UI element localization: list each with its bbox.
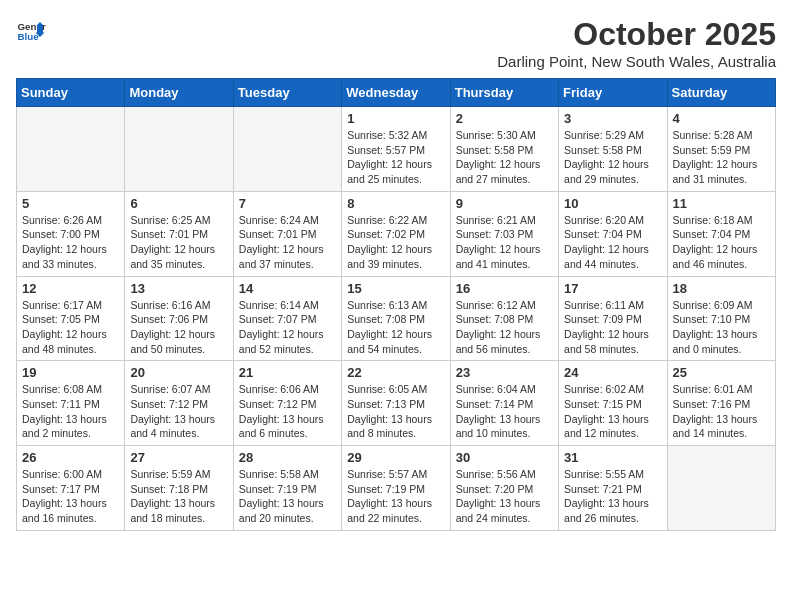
day-number: 30 (456, 450, 553, 465)
week-row-3: 12Sunrise: 6:17 AM Sunset: 7:05 PM Dayli… (17, 276, 776, 361)
day-number: 27 (130, 450, 227, 465)
day-info: Sunrise: 6:25 AM Sunset: 7:01 PM Dayligh… (130, 213, 227, 272)
day-number: 11 (673, 196, 770, 211)
day-number: 29 (347, 450, 444, 465)
calendar-cell: 27Sunrise: 5:59 AM Sunset: 7:18 PM Dayli… (125, 446, 233, 531)
day-info: Sunrise: 6:06 AM Sunset: 7:12 PM Dayligh… (239, 382, 336, 441)
day-number: 16 (456, 281, 553, 296)
calendar-cell: 7Sunrise: 6:24 AM Sunset: 7:01 PM Daylig… (233, 191, 341, 276)
calendar-cell: 25Sunrise: 6:01 AM Sunset: 7:16 PM Dayli… (667, 361, 775, 446)
week-row-1: 1Sunrise: 5:32 AM Sunset: 5:57 PM Daylig… (17, 107, 776, 192)
calendar-cell: 26Sunrise: 6:00 AM Sunset: 7:17 PM Dayli… (17, 446, 125, 531)
day-info: Sunrise: 6:17 AM Sunset: 7:05 PM Dayligh… (22, 298, 119, 357)
calendar-cell: 22Sunrise: 6:05 AM Sunset: 7:13 PM Dayli… (342, 361, 450, 446)
day-info: Sunrise: 6:20 AM Sunset: 7:04 PM Dayligh… (564, 213, 661, 272)
day-number: 26 (22, 450, 119, 465)
calendar-cell: 15Sunrise: 6:13 AM Sunset: 7:08 PM Dayli… (342, 276, 450, 361)
weekday-header-tuesday: Tuesday (233, 79, 341, 107)
calendar-cell: 18Sunrise: 6:09 AM Sunset: 7:10 PM Dayli… (667, 276, 775, 361)
calendar-cell: 1Sunrise: 5:32 AM Sunset: 5:57 PM Daylig… (342, 107, 450, 192)
day-number: 22 (347, 365, 444, 380)
day-info: Sunrise: 6:02 AM Sunset: 7:15 PM Dayligh… (564, 382, 661, 441)
day-info: Sunrise: 5:56 AM Sunset: 7:20 PM Dayligh… (456, 467, 553, 526)
weekday-header-wednesday: Wednesday (342, 79, 450, 107)
day-info: Sunrise: 6:11 AM Sunset: 7:09 PM Dayligh… (564, 298, 661, 357)
day-info: Sunrise: 5:32 AM Sunset: 5:57 PM Dayligh… (347, 128, 444, 187)
weekday-header-monday: Monday (125, 79, 233, 107)
location-title: Darling Point, New South Wales, Australi… (497, 53, 776, 70)
calendar-cell: 13Sunrise: 6:16 AM Sunset: 7:06 PM Dayli… (125, 276, 233, 361)
day-number: 19 (22, 365, 119, 380)
calendar-cell: 14Sunrise: 6:14 AM Sunset: 7:07 PM Dayli… (233, 276, 341, 361)
day-number: 28 (239, 450, 336, 465)
day-number: 9 (456, 196, 553, 211)
weekday-header-saturday: Saturday (667, 79, 775, 107)
day-info: Sunrise: 6:26 AM Sunset: 7:00 PM Dayligh… (22, 213, 119, 272)
weekday-header-friday: Friday (559, 79, 667, 107)
calendar-cell: 2Sunrise: 5:30 AM Sunset: 5:58 PM Daylig… (450, 107, 558, 192)
calendar-cell: 30Sunrise: 5:56 AM Sunset: 7:20 PM Dayli… (450, 446, 558, 531)
calendar-cell: 16Sunrise: 6:12 AM Sunset: 7:08 PM Dayli… (450, 276, 558, 361)
calendar-cell: 8Sunrise: 6:22 AM Sunset: 7:02 PM Daylig… (342, 191, 450, 276)
day-info: Sunrise: 6:16 AM Sunset: 7:06 PM Dayligh… (130, 298, 227, 357)
day-info: Sunrise: 6:12 AM Sunset: 7:08 PM Dayligh… (456, 298, 553, 357)
calendar-cell: 4Sunrise: 5:28 AM Sunset: 5:59 PM Daylig… (667, 107, 775, 192)
day-info: Sunrise: 6:21 AM Sunset: 7:03 PM Dayligh… (456, 213, 553, 272)
day-number: 7 (239, 196, 336, 211)
day-number: 18 (673, 281, 770, 296)
calendar-cell: 3Sunrise: 5:29 AM Sunset: 5:58 PM Daylig… (559, 107, 667, 192)
calendar-cell (233, 107, 341, 192)
day-number: 21 (239, 365, 336, 380)
day-info: Sunrise: 6:00 AM Sunset: 7:17 PM Dayligh… (22, 467, 119, 526)
day-info: Sunrise: 5:59 AM Sunset: 7:18 PM Dayligh… (130, 467, 227, 526)
day-info: Sunrise: 6:08 AM Sunset: 7:11 PM Dayligh… (22, 382, 119, 441)
calendar-cell: 23Sunrise: 6:04 AM Sunset: 7:14 PM Dayli… (450, 361, 558, 446)
calendar-cell: 19Sunrise: 6:08 AM Sunset: 7:11 PM Dayli… (17, 361, 125, 446)
week-row-5: 26Sunrise: 6:00 AM Sunset: 7:17 PM Dayli… (17, 446, 776, 531)
day-info: Sunrise: 5:28 AM Sunset: 5:59 PM Dayligh… (673, 128, 770, 187)
calendar-cell: 5Sunrise: 6:26 AM Sunset: 7:00 PM Daylig… (17, 191, 125, 276)
weekday-header-row: SundayMondayTuesdayWednesdayThursdayFrid… (17, 79, 776, 107)
day-info: Sunrise: 6:01 AM Sunset: 7:16 PM Dayligh… (673, 382, 770, 441)
day-number: 3 (564, 111, 661, 126)
calendar-cell: 12Sunrise: 6:17 AM Sunset: 7:05 PM Dayli… (17, 276, 125, 361)
calendar-cell (667, 446, 775, 531)
calendar-cell (17, 107, 125, 192)
day-info: Sunrise: 6:13 AM Sunset: 7:08 PM Dayligh… (347, 298, 444, 357)
day-info: Sunrise: 6:04 AM Sunset: 7:14 PM Dayligh… (456, 382, 553, 441)
day-number: 1 (347, 111, 444, 126)
day-number: 12 (22, 281, 119, 296)
day-number: 2 (456, 111, 553, 126)
logo: General Blue (16, 16, 46, 46)
day-number: 20 (130, 365, 227, 380)
day-number: 8 (347, 196, 444, 211)
month-title: October 2025 (497, 16, 776, 53)
day-info: Sunrise: 5:58 AM Sunset: 7:19 PM Dayligh… (239, 467, 336, 526)
calendar-cell: 11Sunrise: 6:18 AM Sunset: 7:04 PM Dayli… (667, 191, 775, 276)
calendar-cell: 10Sunrise: 6:20 AM Sunset: 7:04 PM Dayli… (559, 191, 667, 276)
day-number: 4 (673, 111, 770, 126)
day-info: Sunrise: 6:24 AM Sunset: 7:01 PM Dayligh… (239, 213, 336, 272)
weekday-header-sunday: Sunday (17, 79, 125, 107)
day-number: 14 (239, 281, 336, 296)
day-info: Sunrise: 5:57 AM Sunset: 7:19 PM Dayligh… (347, 467, 444, 526)
day-number: 25 (673, 365, 770, 380)
weekday-header-thursday: Thursday (450, 79, 558, 107)
day-number: 6 (130, 196, 227, 211)
day-number: 17 (564, 281, 661, 296)
calendar-cell: 29Sunrise: 5:57 AM Sunset: 7:19 PM Dayli… (342, 446, 450, 531)
calendar-cell: 20Sunrise: 6:07 AM Sunset: 7:12 PM Dayli… (125, 361, 233, 446)
day-info: Sunrise: 5:29 AM Sunset: 5:58 PM Dayligh… (564, 128, 661, 187)
day-number: 24 (564, 365, 661, 380)
day-number: 5 (22, 196, 119, 211)
calendar-cell: 28Sunrise: 5:58 AM Sunset: 7:19 PM Dayli… (233, 446, 341, 531)
day-number: 23 (456, 365, 553, 380)
week-row-4: 19Sunrise: 6:08 AM Sunset: 7:11 PM Dayli… (17, 361, 776, 446)
day-number: 13 (130, 281, 227, 296)
page-header: General Blue October 2025 Darling Point,… (16, 16, 776, 70)
day-info: Sunrise: 5:55 AM Sunset: 7:21 PM Dayligh… (564, 467, 661, 526)
day-info: Sunrise: 6:14 AM Sunset: 7:07 PM Dayligh… (239, 298, 336, 357)
calendar-cell (125, 107, 233, 192)
calendar-cell: 6Sunrise: 6:25 AM Sunset: 7:01 PM Daylig… (125, 191, 233, 276)
day-info: Sunrise: 6:18 AM Sunset: 7:04 PM Dayligh… (673, 213, 770, 272)
